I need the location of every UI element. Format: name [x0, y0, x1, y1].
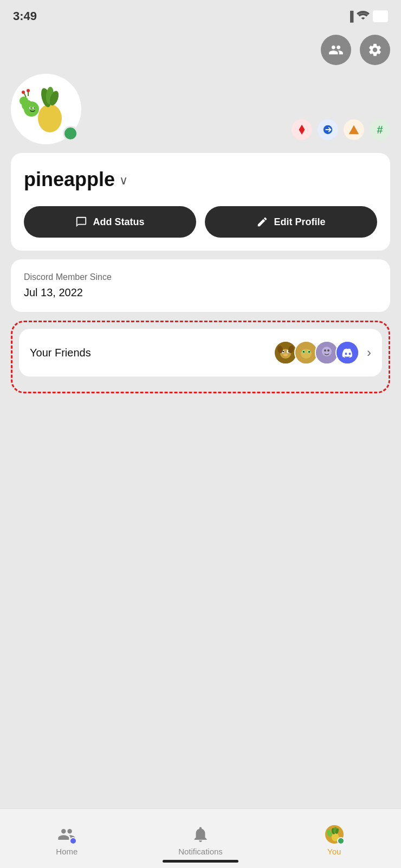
action-buttons: Add Status Edit Profile: [24, 206, 377, 238]
settings-button[interactable]: [360, 35, 390, 65]
svg-point-7: [20, 97, 28, 105]
svg-point-46: [327, 829, 330, 832]
hashtag-badge: #: [370, 119, 390, 140]
svg-point-37: [327, 349, 329, 352]
svg-point-10: [30, 107, 31, 108]
svg-point-11: [34, 107, 35, 108]
wifi-icon: [357, 10, 370, 23]
friends-card-wrapper: Your Friends: [11, 321, 390, 393]
svg-point-13: [22, 91, 25, 94]
signal-icon: ▐: [346, 11, 353, 22]
status-icons: ▐ 68: [346, 10, 388, 23]
svg-point-36: [324, 349, 326, 352]
notifications-nav-label: Notifications: [178, 847, 223, 856]
online-status-dot: [63, 126, 78, 141]
home-nav-label: Home: [56, 847, 77, 856]
nav-notifications[interactable]: Notifications: [134, 809, 268, 868]
edit-profile-label: Edit Profile: [274, 216, 325, 228]
profile-card: pineapple ∨ Add Status Edit Profile: [11, 153, 390, 251]
triangle-badge: [344, 119, 364, 140]
info-card: Discord Member Since Jul 13, 2022: [11, 259, 390, 312]
groups-button[interactable]: [321, 35, 351, 65]
battery-icon: 68: [373, 10, 388, 22]
svg-point-15: [27, 89, 30, 92]
edit-profile-button[interactable]: Edit Profile: [205, 206, 377, 238]
badge-row: #: [292, 119, 390, 144]
status-bar: 3:49 ▐ 68: [0, 0, 401, 30]
boost-badge: [318, 119, 338, 140]
speech-bubble-icon: [75, 216, 87, 228]
profile-section: # pineapple ∨ Add Status Edit Profile: [0, 74, 401, 393]
bell-icon: [191, 825, 210, 844]
svg-point-1: [38, 104, 62, 132]
you-icon-wrap: [325, 825, 344, 844]
you-green-dot: [337, 837, 345, 845]
username-row: pineapple ∨: [24, 168, 377, 191]
you-nav-label: You: [327, 847, 341, 856]
member-since-label: Discord Member Since: [24, 272, 377, 282]
home-icon-wrap: [57, 825, 76, 844]
friends-label: Your Friends: [30, 347, 91, 359]
username: pineapple: [24, 168, 115, 191]
friend-avatar-4: [335, 341, 359, 365]
pencil-icon: [256, 216, 268, 228]
username-chevron[interactable]: ∨: [119, 174, 128, 188]
home-bar: [163, 860, 238, 863]
top-icons: [0, 30, 401, 72]
nav-you[interactable]: You: [267, 809, 401, 868]
avatar-row: #: [11, 74, 390, 144]
status-time: 3:49: [13, 9, 37, 23]
nav-home[interactable]: Home: [0, 809, 134, 868]
svg-point-27: [301, 349, 312, 359]
add-status-button[interactable]: Add Status: [24, 206, 196, 238]
avatar-container: [11, 74, 81, 144]
friends-avatars: ›: [274, 341, 371, 365]
add-status-label: Add Status: [93, 216, 144, 228]
member-since-date: Jul 13, 2022: [24, 286, 377, 299]
bottom-nav: Home Notifications You: [0, 808, 401, 868]
friends-chevron[interactable]: ›: [367, 345, 371, 360]
svg-point-30: [303, 351, 305, 353]
svg-point-23: [283, 354, 288, 356]
friends-card[interactable]: Your Friends: [19, 329, 382, 376]
nitro-badge: [292, 119, 312, 140]
